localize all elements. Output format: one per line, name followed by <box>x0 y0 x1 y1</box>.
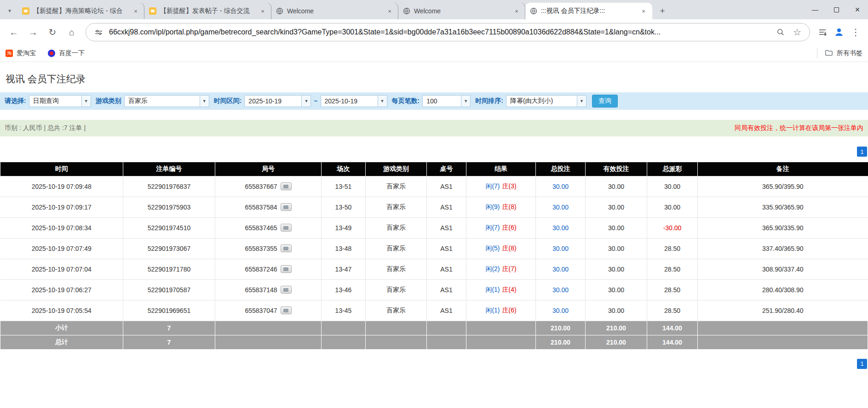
cell-table-no: AS1 <box>427 238 466 259</box>
bookmark-star-icon[interactable]: ☆ <box>791 26 803 38</box>
subtotal-valid-bet: 210.00 <box>586 321 647 335</box>
query-type-select[interactable]: 日期查询 ▼ <box>29 95 91 107</box>
new-tab-button[interactable]: + <box>656 5 669 17</box>
video-replay-icon[interactable] <box>281 265 292 273</box>
url-text[interactable]: 66cxkj98.com/ipl/portal.php/game/betreco… <box>109 28 770 36</box>
media-controls-icon[interactable] <box>815 24 830 40</box>
video-replay-icon[interactable] <box>281 182 292 190</box>
bookmark-taobao[interactable]: 淘 爱淘宝 <box>6 49 36 57</box>
video-replay-icon[interactable] <box>281 306 292 314</box>
chevron-down-icon[interactable]: ▼ <box>378 96 387 107</box>
tab-list-chevron-icon[interactable]: ▾ <box>4 5 16 17</box>
total-bet-link[interactable]: 30.00 <box>552 245 569 252</box>
chevron-down-icon[interactable]: ▼ <box>461 96 470 107</box>
reload-icon[interactable]: ↻ <box>43 23 62 41</box>
cell-game-type: 百家乐 <box>366 279 427 300</box>
zoom-icon[interactable] <box>775 26 787 38</box>
menu-dots-icon[interactable]: ⋮ <box>848 24 863 40</box>
total-bet-link[interactable]: 30.00 <box>552 266 569 273</box>
result-player-link[interactable]: 闲(5) <box>485 244 500 252</box>
cell-round-id: 655837355 <box>215 238 322 259</box>
tab-bet-record-active[interactable]: :::视讯 会员下注纪录::: × <box>525 3 652 19</box>
site-settings-icon[interactable] <box>92 26 104 38</box>
tab-close-icon[interactable]: × <box>385 7 394 15</box>
result-player-link[interactable]: 闲(1) <box>485 286 500 293</box>
cell-time: 2025-10-19 07:07:04 <box>0 259 123 279</box>
cell-bet-id: 522901976837 <box>123 176 215 197</box>
bookmark-label: 百度一下 <box>59 49 85 57</box>
cell-total-bet: 30.00 <box>536 197 586 217</box>
total-bet-link[interactable]: 30.00 <box>552 183 569 190</box>
total-bet-link[interactable]: 30.00 <box>552 224 569 232</box>
sort-select[interactable]: 降幂(由大到小) ▼ <box>506 95 586 107</box>
select-label: 请选择: <box>5 97 26 105</box>
page-number-button[interactable]: 1 <box>857 359 867 369</box>
result-banker-link[interactable]: 庄(6) <box>502 306 517 314</box>
video-replay-icon[interactable] <box>281 286 292 294</box>
total-bet-link[interactable]: 30.00 <box>552 307 569 314</box>
result-player-link[interactable]: 闲(7) <box>485 182 500 190</box>
tab-forum-1[interactable]: 【新提醒】海燕策略论坛 - 综合 × <box>17 3 144 19</box>
cell-note: 251.90/280.40 <box>698 300 868 321</box>
subtotal-label: 小计 <box>0 321 123 335</box>
tab-close-icon[interactable]: × <box>132 7 140 15</box>
chevron-down-icon[interactable]: ▼ <box>577 96 586 107</box>
bookmark-baidu[interactable]: 百度一下 <box>48 49 85 57</box>
table-row: 2025-10-19 07:09:48 522901976837 6558376… <box>0 176 868 197</box>
result-banker-link[interactable]: 庄(8) <box>502 244 517 252</box>
date-from-select[interactable]: 2025-10-19 ▼ <box>244 95 311 107</box>
cell-table-no: AS1 <box>427 176 466 197</box>
result-player-link[interactable]: 闲(2) <box>485 265 500 272</box>
result-player-link[interactable]: 闲(7) <box>485 224 500 231</box>
result-banker-link[interactable]: 庄(7) <box>502 265 517 272</box>
tab-welcome-2[interactable]: Welcome × <box>398 3 525 19</box>
maximize-icon[interactable] <box>826 0 847 19</box>
summary-bar: 币别 : 人民币 | 总共 :7 注单 | 同局有效投注，统一计算在该局第一张注… <box>0 120 868 136</box>
cell-table-no: AS1 <box>427 259 466 279</box>
result-banker-link[interactable]: 庄(8) <box>502 203 517 210</box>
result-player-link[interactable]: 闲(1) <box>485 306 500 314</box>
back-icon[interactable]: ← <box>5 23 23 41</box>
currency-summary: 币别 : 人民币 | 总共 :7 注单 | <box>5 124 86 132</box>
cell-total-bet: 30.00 <box>536 238 586 259</box>
result-banker-link[interactable]: 庄(6) <box>502 224 517 231</box>
tab-close-icon[interactable]: × <box>259 7 267 15</box>
subtotal-total-bet: 210.00 <box>536 321 586 335</box>
total-bet-link[interactable]: 30.00 <box>552 286 569 294</box>
video-replay-icon[interactable] <box>281 244 292 252</box>
minimize-icon[interactable]: — <box>805 0 826 19</box>
total-bet-link[interactable]: 30.00 <box>552 204 569 211</box>
home-icon[interactable]: ⌂ <box>63 23 81 41</box>
browser-toolbar: ← → ↻ ⌂ 66cxkj98.com/ipl/portal.php/game… <box>0 19 868 45</box>
cell-round-id: 655837246 <box>215 259 322 279</box>
total-valid-bet: 210.00 <box>586 335 647 349</box>
taobao-icon: 淘 <box>6 50 13 57</box>
game-type-select[interactable]: 百家乐 ▼ <box>124 95 209 107</box>
video-replay-icon[interactable] <box>281 224 292 232</box>
result-player-link[interactable]: 闲(9) <box>485 203 500 210</box>
date-to-select[interactable]: 2025-10-19 ▼ <box>321 95 387 107</box>
tab-welcome-1[interactable]: Welcome × <box>271 3 398 19</box>
cell-table-no: AS1 <box>427 300 466 321</box>
chevron-down-icon[interactable]: ▼ <box>200 96 209 107</box>
bookmarks-bar: 淘 爱淘宝 百度一下 所有书签 <box>0 45 868 62</box>
address-bar[interactable]: 66cxkj98.com/ipl/portal.php/game/betreco… <box>86 23 810 41</box>
tab-forum-2[interactable]: 【新提醒】发表帖子 - 综合交流 × <box>144 3 271 19</box>
search-button[interactable]: 查询 <box>592 95 618 108</box>
tab-close-icon[interactable]: × <box>639 7 648 15</box>
result-banker-link[interactable]: 庄(4) <box>502 286 517 293</box>
table-row: 2025-10-19 07:05:54 522901969651 6558370… <box>0 300 868 321</box>
chevron-down-icon[interactable]: ▼ <box>301 96 310 107</box>
chevron-down-icon[interactable]: ▼ <box>81 96 91 107</box>
tab-close-icon[interactable]: × <box>512 7 521 15</box>
result-banker-link[interactable]: 庄(3) <box>502 182 517 190</box>
profile-avatar-icon[interactable] <box>831 24 847 40</box>
page-size-select[interactable]: 100 ▼ <box>422 95 471 107</box>
cell-total-bet: 30.00 <box>536 259 586 279</box>
window-close-icon[interactable]: × <box>847 0 868 19</box>
forward-icon[interactable]: → <box>24 23 42 41</box>
all-bookmarks-button[interactable]: 所有书签 <box>817 48 862 58</box>
page-number-button[interactable]: 1 <box>857 147 867 157</box>
cell-time: 2025-10-19 07:06:27 <box>0 279 123 300</box>
video-replay-icon[interactable] <box>281 203 292 211</box>
